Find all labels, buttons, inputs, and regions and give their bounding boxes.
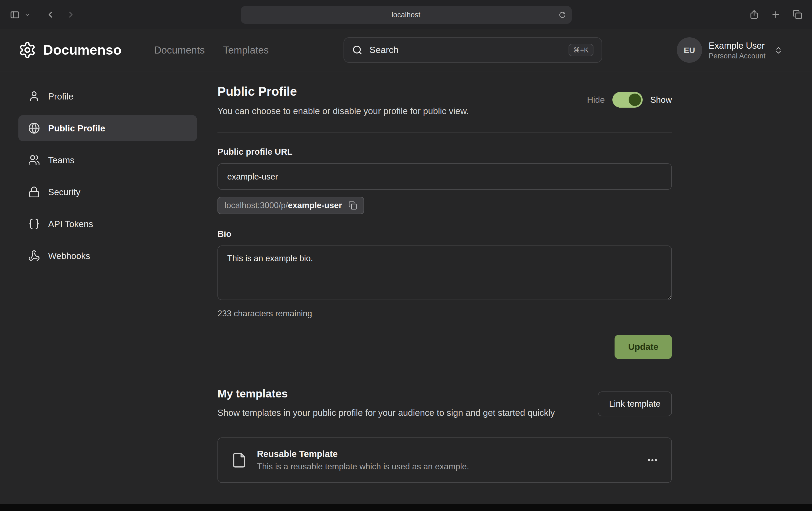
my-templates-description: Show templates in your public profile fo… <box>218 406 555 420</box>
ellipsis-menu-icon[interactable] <box>646 454 658 466</box>
settings-sidebar: Profile Public Profile Teams Security <box>19 83 197 504</box>
section-divider <box>218 132 672 133</box>
braces-icon <box>28 218 40 230</box>
user-icon <box>28 90 40 102</box>
sidebar-item-label: Public Profile <box>48 123 105 133</box>
sidebar-item-label: Profile <box>48 91 74 101</box>
address-field[interactable]: localhost <box>240 6 572 24</box>
tabs-overview-icon[interactable] <box>792 10 802 20</box>
app-body: Profile Public Profile Teams Security <box>0 71 812 504</box>
template-texts: Reusable Template This is a reusable tem… <box>257 449 469 471</box>
sidebar-item-label: API Tokens <box>48 219 93 229</box>
my-templates-title: My templates <box>218 387 555 400</box>
template-description: This is a reusable template which is use… <box>257 461 469 471</box>
brand[interactable]: Documenso <box>19 41 122 59</box>
user-name: Example User <box>709 40 765 51</box>
browser-right-controls <box>699 10 802 20</box>
user-account-type: Personal Account <box>709 52 765 60</box>
bottom-strip <box>0 504 812 511</box>
sidebar-item-profile[interactable]: Profile <box>19 83 197 109</box>
profile-visibility-toggle[interactable] <box>612 92 643 108</box>
my-templates-section: My templates Show templates in your publ… <box>218 387 672 483</box>
lock-icon <box>28 186 40 198</box>
page-header: Public Profile You can choose to enable … <box>218 83 672 116</box>
public-profile-url-input[interactable] <box>218 163 672 190</box>
forward-button-icon[interactable] <box>66 10 76 20</box>
webhook-icon <box>28 250 40 262</box>
documenso-logo-icon <box>19 41 36 59</box>
users-icon <box>28 154 40 166</box>
public-profile-url-label: Public profile URL <box>218 147 672 157</box>
chevron-down-icon[interactable] <box>24 11 30 18</box>
search-icon <box>352 45 362 55</box>
sidebar-toggle-icon[interactable] <box>10 9 20 20</box>
template-name: Reusable Template <box>257 449 469 459</box>
url-bar: localhost <box>113 6 699 24</box>
characters-remaining: 233 characters remaining <box>218 309 672 319</box>
copy-icon[interactable] <box>348 201 357 210</box>
sidebar-item-label: Security <box>48 187 80 197</box>
sidebar-item-webhooks[interactable]: Webhooks <box>19 243 197 269</box>
sidebar-item-api-tokens[interactable]: API Tokens <box>19 211 197 237</box>
user-info: Example User Personal Account <box>709 40 765 60</box>
show-label: Show <box>650 95 672 104</box>
profile-visibility-control: Hide Show <box>587 92 672 108</box>
main-content: Public Profile You can choose to enable … <box>218 83 672 504</box>
page-header-texts: Public Profile You can choose to enable … <box>218 83 469 116</box>
sidebar-item-label: Webhooks <box>48 251 90 261</box>
user-menu[interactable]: EU Example User Personal Account <box>677 37 783 63</box>
bio-label: Bio <box>218 229 672 239</box>
profile-link-slug: example-user <box>288 201 342 210</box>
chevrons-up-down-icon <box>774 46 783 54</box>
file-icon <box>231 452 247 468</box>
nav-templates[interactable]: Templates <box>223 44 269 56</box>
app-window: localhost Documenso <box>0 0 812 511</box>
top-nav: Documents Templates <box>154 44 269 56</box>
update-button[interactable]: Update <box>614 335 672 359</box>
brand-name: Documenso <box>43 42 122 58</box>
nav-documents[interactable]: Documents <box>154 44 205 56</box>
sidebar-item-label: Teams <box>48 155 75 165</box>
update-row: Update <box>218 335 672 359</box>
search-shortcut-badge: ⌘+K <box>568 44 593 56</box>
my-templates-header: My templates Show templates in your publ… <box>218 387 672 420</box>
bio-textarea[interactable]: This is an example bio. <box>218 245 672 300</box>
avatar: EU <box>677 37 702 63</box>
back-button-icon[interactable] <box>46 10 55 20</box>
sidebar-item-teams[interactable]: Teams <box>19 147 197 173</box>
app-header: Documenso Documents Templates Search ⌘+K… <box>0 29 812 71</box>
toggle-knob <box>629 94 641 106</box>
profile-link-chip[interactable]: localhost:3000/p/example-user <box>218 197 364 214</box>
search-input[interactable]: Search ⌘+K <box>344 37 602 63</box>
search-placeholder: Search <box>370 44 399 55</box>
sidebar-item-security[interactable]: Security <box>19 179 197 205</box>
browser-left-controls <box>10 9 113 20</box>
profile-link-text: localhost:3000/p/example-user <box>225 201 342 210</box>
link-template-button[interactable]: Link template <box>598 391 672 416</box>
my-templates-texts: My templates Show templates in your publ… <box>218 387 555 420</box>
url-text: localhost <box>392 10 420 19</box>
hide-label: Hide <box>587 95 605 104</box>
page-subtitle: You can choose to enable or disable your… <box>218 106 469 116</box>
share-icon[interactable] <box>749 10 759 20</box>
browser-chrome: localhost <box>0 0 812 29</box>
sidebar-item-public-profile[interactable]: Public Profile <box>19 115 197 141</box>
new-tab-icon[interactable] <box>771 10 781 20</box>
reload-icon[interactable] <box>558 11 566 18</box>
page-title: Public Profile <box>218 84 469 99</box>
globe-icon <box>28 122 40 134</box>
template-list-item: Reusable Template This is a reusable tem… <box>218 437 672 483</box>
